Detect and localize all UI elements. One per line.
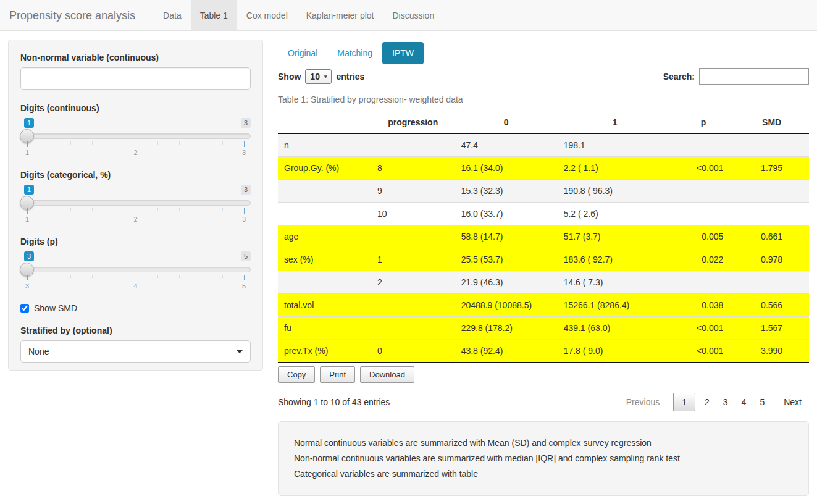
tick-label: 2 xyxy=(133,216,137,223)
table-controls: Show 10 ▾ entries Search: xyxy=(278,68,809,85)
nav-tab-cox-model[interactable]: Cox model xyxy=(237,0,297,30)
pagination-next[interactable]: Next xyxy=(776,393,809,411)
table-cell: 2.2 ( 1.1) xyxy=(558,157,672,180)
pagination-page-5[interactable]: 5 xyxy=(753,393,771,411)
slider-minor-tick xyxy=(114,208,114,211)
pagination-page-2[interactable]: 2 xyxy=(698,393,716,411)
nav-tab-table1[interactable]: Table 1 xyxy=(191,0,237,30)
table-cell: 183.6 ( 92.7) xyxy=(558,248,672,271)
table-cell xyxy=(734,203,809,225)
table-cell xyxy=(371,225,455,248)
pagination-pages: 12345 xyxy=(673,393,771,411)
table-body: n47.4198.1Group.Gy. (%)816.1 (34.0)2.2 (… xyxy=(278,133,809,363)
digits-p-label: Digits (p) xyxy=(20,237,251,246)
pagination-previous[interactable]: Previous xyxy=(619,393,667,411)
select-caret-icon: ▾ xyxy=(324,74,327,80)
print-button[interactable]: Print xyxy=(320,366,355,383)
table-cell: 2 xyxy=(371,271,455,294)
slider-grid xyxy=(27,275,244,281)
slider-major-tick xyxy=(27,208,28,214)
stratified-by-label: Stratified by (optional) xyxy=(20,326,251,335)
show-smd-checkbox[interactable] xyxy=(20,304,29,313)
slider-value-badge: 1 xyxy=(24,118,34,128)
slider-tick-labels: 1 2 3 xyxy=(27,149,244,156)
col-header-0[interactable]: 0 xyxy=(455,112,558,133)
search-input[interactable] xyxy=(699,68,809,85)
table-buttons: Copy Print Download xyxy=(278,366,809,383)
slider-minor-tick xyxy=(157,275,158,278)
tab-original[interactable]: Original xyxy=(278,42,327,64)
tab-matching[interactable]: Matching xyxy=(327,42,382,64)
nav-tab-kaplan-meier[interactable]: Kaplan-meier plot xyxy=(297,0,383,30)
table-cell: 0.022 xyxy=(672,248,735,271)
table-cell: total.vol xyxy=(278,294,371,317)
slider-major-tick xyxy=(244,208,245,214)
table-cell: 58.8 (14.7) xyxy=(455,225,558,248)
slider-major-tick xyxy=(136,275,136,280)
length-prefix: Show xyxy=(278,72,301,82)
slider-value-badge: 1 xyxy=(24,185,34,195)
tick-label: 4 xyxy=(133,282,137,290)
col-header-variable[interactable] xyxy=(278,112,371,133)
table-cell: 9 xyxy=(371,180,455,203)
table-cell xyxy=(734,271,809,294)
table-cell: 0.978 xyxy=(734,248,809,271)
table-cell xyxy=(278,180,371,203)
slider-grid xyxy=(27,141,244,148)
table-cell: sex (%) xyxy=(278,248,371,271)
download-button[interactable]: Download xyxy=(360,366,414,383)
nav-tab-discussion[interactable]: Discussion xyxy=(383,0,443,30)
slider-minor-tick xyxy=(222,141,223,145)
page-length-select[interactable]: 10 ▾ xyxy=(305,69,332,84)
table-row: prev.Tx (%)043.8 (92.4)17.8 ( 9.0)<0.001… xyxy=(278,340,809,363)
table-row: 1016.0 (33.7)5.2 ( 2.6) xyxy=(278,203,809,225)
col-header-smd[interactable]: SMD xyxy=(734,112,809,133)
table-row: fu229.8 (178.2)439.1 (63.0)<0.0011.567 xyxy=(278,317,809,340)
tick-label: 5 xyxy=(242,282,246,290)
nonnormal-variable-input[interactable] xyxy=(20,67,251,90)
pagination-page-1[interactable]: 1 xyxy=(673,393,695,411)
pagination-page-3[interactable]: 3 xyxy=(716,393,735,411)
page-content: Non-normal variable (continuous) Digits … xyxy=(0,31,817,496)
table-cell xyxy=(371,133,455,157)
table-cell: 15266.1 (8286.4) xyxy=(558,294,672,317)
table-cell: 1.567 xyxy=(734,317,809,340)
slider-minor-tick xyxy=(179,275,180,278)
slider-minor-tick xyxy=(70,141,71,145)
table-row: Group.Gy. (%)816.1 (34.0)2.2 ( 1.1)<0.00… xyxy=(278,157,809,180)
summary-note: Categorical variables are summarized wit… xyxy=(294,466,793,482)
tick-label: 1 xyxy=(25,216,29,223)
copy-button[interactable]: Copy xyxy=(278,366,315,383)
slider-minor-tick xyxy=(179,208,180,211)
slider-minor-tick xyxy=(114,141,114,145)
table-caption: Table 1: Stratified by progression- weig… xyxy=(278,94,809,104)
col-header-p[interactable]: p xyxy=(672,112,735,133)
slider-minor-tick xyxy=(49,141,49,145)
tab-iptw[interactable]: IPTW xyxy=(382,42,424,64)
analysis-tabs: Original Matching IPTW xyxy=(278,42,809,64)
table-cell: Group.Gy. (%) xyxy=(278,157,371,180)
tick-label: 3 xyxy=(242,216,246,223)
table-cell: 229.8 (178.2) xyxy=(455,317,558,340)
table-info: Showing 1 to 10 of 43 entries xyxy=(278,397,390,407)
table-cell: 5.2 ( 2.6) xyxy=(558,203,672,225)
col-header-progression[interactable]: progression xyxy=(371,112,455,133)
nav-tab-data[interactable]: Data xyxy=(154,0,191,30)
slider-minor-tick xyxy=(70,208,71,211)
summary-note: Normal continuous variables are summariz… xyxy=(294,435,793,451)
col-header-1[interactable]: 1 xyxy=(558,112,672,133)
table-row: 915.3 (32.3)190.8 ( 96.3) xyxy=(278,180,809,203)
table-cell xyxy=(734,133,809,157)
slider-minor-tick xyxy=(201,141,201,145)
slider-minor-tick xyxy=(114,275,114,278)
tick-label: 1 xyxy=(25,149,29,156)
slider-minor-tick xyxy=(222,275,223,278)
table-cell: 21.9 (46.3) xyxy=(455,271,558,294)
slider-minor-tick xyxy=(157,208,158,211)
table-header: progression 0 1 p SMD xyxy=(278,112,809,133)
slider-track xyxy=(20,133,251,139)
table-cell xyxy=(371,294,455,317)
pagination-page-4[interactable]: 4 xyxy=(735,393,753,411)
table1-datatable: progression 0 1 p SMD n47.4198.1Group.Gy… xyxy=(278,112,809,363)
stratified-by-select[interactable]: None xyxy=(20,340,251,363)
